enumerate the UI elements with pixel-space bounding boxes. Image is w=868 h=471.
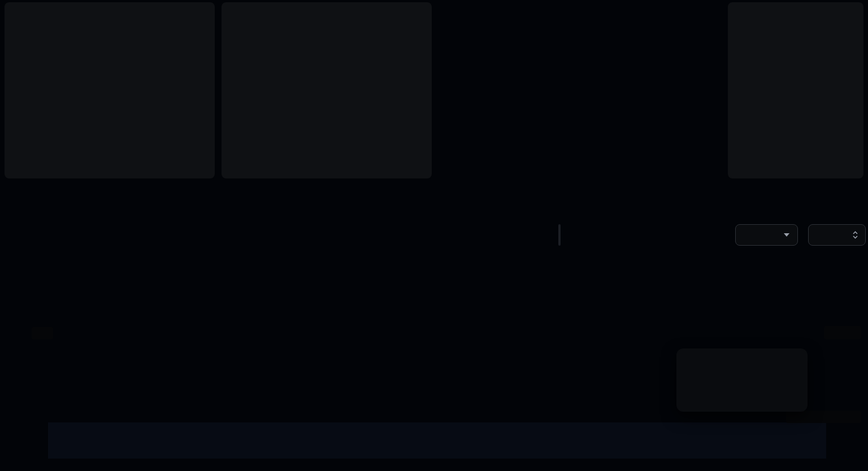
chart-tooltip	[676, 348, 808, 412]
symbol-select[interactable]	[735, 224, 798, 246]
long-short-ratio-card	[222, 2, 432, 178]
updown-spinner-icon	[852, 230, 858, 239]
rekt-cards-column-1	[439, 2, 576, 178]
trending-card	[728, 2, 863, 178]
crosshair-date-chip	[786, 411, 861, 423]
interval-select[interactable]	[808, 224, 866, 246]
coinglass-dashboard	[0, 0, 868, 471]
weighting-toggle-group	[558, 224, 561, 246]
current-price-chip	[824, 326, 861, 339]
top-cards-row	[5, 2, 863, 178]
rekt-cards-column-2	[583, 2, 721, 178]
left-axis-current-chip	[32, 327, 53, 339]
chart-navigator[interactable]	[48, 422, 826, 459]
market-stats-card	[5, 2, 215, 178]
chevron-down-icon	[784, 233, 789, 237]
